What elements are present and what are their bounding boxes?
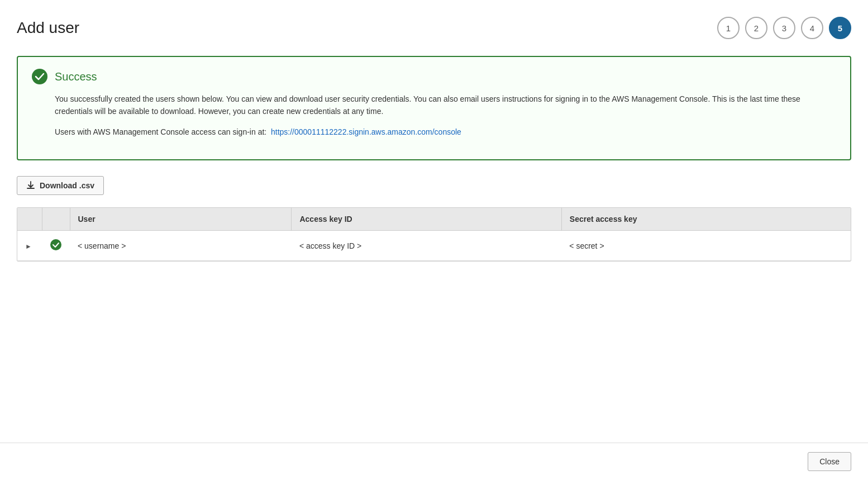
- row-success-icon: [50, 239, 62, 251]
- step-3: 3: [773, 17, 795, 39]
- step-1: 1: [717, 17, 740, 39]
- success-header: Success: [31, 68, 837, 85]
- success-body-line2: Users with AWS Management Console access…: [55, 126, 837, 138]
- secret-access-key-value: < secret >: [569, 241, 604, 250]
- step-2: 2: [745, 17, 767, 39]
- col-access-key-id: Access key ID: [292, 208, 561, 231]
- svg-point-1: [50, 239, 61, 250]
- svg-point-0: [32, 69, 47, 84]
- row-username-cell: < username >: [70, 231, 292, 261]
- username-value: < username >: [78, 241, 126, 250]
- access-key-id-value: < access key ID >: [299, 241, 361, 250]
- row-expand-cell[interactable]: ►: [17, 231, 42, 261]
- success-icon: [31, 68, 48, 85]
- table-row: ► < username > < access key ID >: [17, 231, 851, 261]
- footer: Close: [0, 443, 868, 480]
- col-secret-access-key: Secret access key: [561, 208, 851, 231]
- row-secret-access-key-cell: < secret >: [561, 231, 851, 261]
- row-access-key-id-cell: < access key ID >: [292, 231, 561, 261]
- table-header-row: User Access key ID Secret access key: [17, 208, 851, 231]
- page-container: Add user 1 2 3 4 5 Success You successfu…: [0, 0, 868, 480]
- users-table: User Access key ID Secret access key ►: [17, 208, 851, 261]
- col-user: User: [70, 208, 292, 231]
- console-link[interactable]: https://000011112222.signin.aws.amazon.c…: [271, 127, 461, 136]
- success-title: Success: [55, 70, 97, 83]
- success-body-line1: You successfully created the users shown…: [55, 93, 837, 118]
- table-container: User Access key ID Secret access key ►: [17, 207, 851, 262]
- header: Add user 1 2 3 4 5: [17, 17, 851, 39]
- col-status: [42, 208, 70, 231]
- row-status-cell: [42, 231, 70, 261]
- close-button[interactable]: Close: [808, 452, 851, 471]
- success-box: Success You successfully created the use…: [17, 56, 851, 160]
- col-expand: [17, 208, 42, 231]
- page-title: Add user: [17, 19, 79, 37]
- success-body: You successfully created the users shown…: [55, 93, 837, 138]
- download-icon: [26, 181, 35, 190]
- step-5: 5: [829, 17, 851, 39]
- step-4: 4: [801, 17, 823, 39]
- steps-container: 1 2 3 4 5: [717, 17, 851, 39]
- expand-arrow-icon[interactable]: ►: [25, 243, 32, 250]
- download-csv-button[interactable]: Download .csv: [17, 176, 104, 195]
